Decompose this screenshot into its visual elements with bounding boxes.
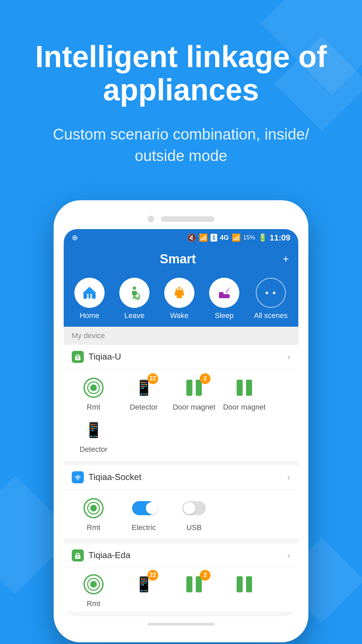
- door-magnet-2-icon: [237, 380, 252, 396]
- electric-toggle-knob: [146, 502, 158, 514]
- door-eda-wrap: 2: [182, 573, 206, 596]
- device-item-rmt-socket[interactable]: Rmt: [72, 496, 115, 532]
- header-section: Intelligent linkage of appliances Custom…: [0, 0, 362, 187]
- rmt-socket-label: Rmt: [87, 523, 100, 532]
- scene-all[interactable]: • • All scenes: [254, 278, 288, 320]
- wifi-icon: 📶: [199, 233, 208, 242]
- door-magnet-1-badge: 2: [200, 373, 210, 384]
- scene-sleep-circle: z z z: [209, 278, 239, 308]
- scene-leave-circle: [119, 278, 149, 308]
- status-left: ⊕: [72, 233, 78, 242]
- scene-leave-label: Leave: [124, 311, 144, 320]
- usb-toggle-knob: [183, 502, 195, 514]
- device-group-socket-header[interactable]: Tiqiaa-Socket ›: [64, 465, 298, 490]
- device-group-tiqiaa-u: Tiqiaa-U › Rmt: [64, 345, 298, 461]
- rmt-eda-wrap: [82, 573, 105, 596]
- device-item-rmt-eda[interactable]: Rmt: [72, 573, 115, 608]
- scene-all-circle: • •: [256, 278, 286, 308]
- mute-icon: 🔇: [187, 233, 196, 242]
- rmt-socket-wrap: [82, 496, 105, 520]
- scene-leave[interactable]: Leave: [119, 278, 149, 320]
- socket-arrow[interactable]: ›: [287, 472, 290, 483]
- electric-toggle[interactable]: [132, 501, 156, 515]
- electric-label: Electric: [132, 523, 156, 532]
- device-item-electric[interactable]: Electric: [122, 496, 166, 532]
- svg-rect-4: [83, 295, 96, 296]
- phone-speaker: [161, 216, 215, 222]
- device-item-usb[interactable]: USB: [172, 496, 216, 532]
- status-bar: ⊕ 🔇 📶 1 4G 📶 15% 🔋 11:09: [64, 229, 298, 247]
- phone-top-bar: [64, 210, 298, 229]
- svg-marker-1: [83, 287, 96, 293]
- eda-icon: [72, 549, 84, 561]
- phone-container: ⊕ 🔇 📶 1 4G 📶 15% 🔋 11:09 Smart: [0, 200, 362, 642]
- door-magnet-2-label: Door magnet: [223, 403, 265, 412]
- door-magnet-2-icon-wrap: [233, 376, 256, 399]
- my-device-label: My device: [72, 331, 105, 340]
- scene-wake[interactable]: Wake: [164, 278, 194, 320]
- eda-arrow[interactable]: ›: [287, 550, 290, 561]
- app-icon: ⊕: [72, 233, 78, 242]
- detector-1-label: Detector: [130, 403, 158, 412]
- socket-items: Rmt Electric: [64, 490, 298, 539]
- device-item-door-magnet-1[interactable]: 2 Door magnet: [172, 376, 216, 412]
- status-right: 🔇 📶 1 4G 📶 15% 🔋 11:09: [187, 233, 290, 243]
- scene-home-label: Home: [80, 311, 100, 320]
- phone-camera: [147, 216, 154, 222]
- socket-label: Tiqiaa-Socket: [88, 472, 141, 482]
- home-indicator: [147, 623, 215, 626]
- svg-rect-18: [177, 296, 182, 298]
- device-item-rmt-1[interactable]: Rmt: [72, 376, 115, 412]
- signal-icon: 📶: [232, 233, 241, 242]
- svg-text:z: z: [229, 286, 230, 289]
- rmt-ring: [87, 381, 100, 394]
- eda-name: Tiqiaa-Eda: [72, 549, 130, 561]
- sim-icon: 1: [210, 234, 217, 241]
- device-item-door-eda-2[interactable]: [223, 573, 266, 608]
- rmt-socket-icon: [83, 498, 104, 518]
- device-item-door-eda[interactable]: 2: [172, 573, 216, 608]
- my-device-header: My device: [64, 327, 298, 345]
- eda-header[interactable]: Tiqiaa-Eda ›: [64, 543, 298, 568]
- detector-eda-wrap: 📱 22: [132, 573, 156, 596]
- rmt-eda-icon: [83, 574, 104, 594]
- network-label: 4G: [220, 234, 229, 241]
- device-group-tiqiaa-eda: Tiqiaa-Eda › Rmt: [64, 543, 298, 611]
- svg-rect-11: [175, 290, 183, 296]
- device-item-detector-eda[interactable]: 📱 22: [122, 573, 166, 608]
- door-magnet-1-label: Door magnet: [173, 403, 215, 412]
- socket-name: Tiqiaa-Socket: [72, 471, 141, 483]
- scene-home-circle: [74, 278, 105, 308]
- door-eda-2-icon: [237, 576, 252, 592]
- usb-toggle[interactable]: [182, 501, 206, 515]
- scene-home[interactable]: Home: [74, 278, 105, 320]
- scene-sleep[interactable]: z z z Sleep: [209, 278, 239, 320]
- svg-rect-20: [219, 292, 224, 295]
- sub-title: Custom scenario combination, inside/ out…: [27, 123, 335, 167]
- tiqiaa-u-row2: 📱 Detector: [64, 418, 298, 461]
- add-icon[interactable]: +: [283, 253, 289, 265]
- tiqiaa-u-icon: [72, 351, 84, 363]
- battery-icon: 🔋: [258, 233, 267, 242]
- device-item-detector-1[interactable]: 📱 22 Detector: [122, 376, 166, 412]
- phone-bottom: [64, 616, 298, 632]
- svg-rect-13: [183, 293, 184, 296]
- svg-line-17: [181, 288, 183, 290]
- door-eda-icon: [186, 576, 202, 592]
- usb-label: USB: [186, 523, 201, 532]
- device-item-detector-2[interactable]: 📱 Detector: [72, 418, 115, 454]
- tiqiaa-u-label: Tiqiaa-U: [88, 352, 121, 362]
- device-group-tiqiaa-u-header[interactable]: Tiqiaa-U ›: [64, 345, 298, 369]
- scene-sleep-label: Sleep: [215, 311, 234, 320]
- rmt-eda-ring: [87, 578, 100, 591]
- device-item-door-magnet-2[interactable]: Door magnet: [223, 376, 266, 412]
- header-icons: 👤 +: [262, 253, 289, 265]
- door-magnet-1-icon-wrap: 2: [182, 376, 206, 399]
- person-icon[interactable]: 👤: [262, 253, 276, 265]
- device-group-tiqiaa-socket: Tiqiaa-Socket › Rmt: [64, 465, 298, 539]
- svg-point-15: [178, 287, 180, 289]
- usb-icon-wrap: [182, 496, 206, 520]
- rmt-socket-ring: [87, 502, 100, 515]
- svg-point-25: [77, 358, 78, 359]
- tiqiaa-u-arrow[interactable]: ›: [287, 352, 290, 362]
